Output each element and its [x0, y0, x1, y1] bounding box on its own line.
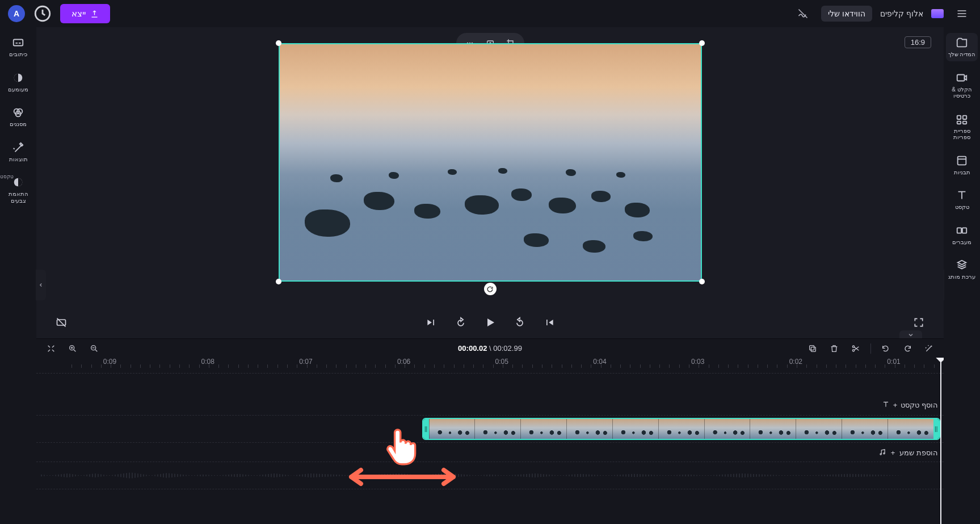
ruler-tick: 0:03 — [691, 358, 704, 366]
sidebar-item-label: ערכת מותג — [948, 274, 975, 280]
main-area: המדיה שלך הקלט & כרטיסיו ספריית ספריות ת… — [0, 27, 980, 524]
video-track[interactable]: || || — [36, 416, 944, 443]
sidebar-item-label: טקסט — [955, 204, 969, 211]
sidebar-item-label: הקלט & כרטיסיו — [946, 86, 978, 99]
resize-handle-br[interactable] — [276, 279, 281, 284]
ruler-tick: 0:01 — [887, 358, 900, 366]
sidebar-item-brandkit[interactable]: ערכת מותג — [946, 255, 978, 284]
project-badge-icon — [931, 9, 944, 18]
zoom-in-icon[interactable] — [66, 342, 79, 355]
timeline-ruler[interactable]: 0:01 0:02 0:03 0:04 0:05 0:06 0:07 0:08 … — [36, 358, 944, 374]
prop-item-label: מעומעם — [8, 86, 28, 93]
my-video-button[interactable]: הווידאו שלי — [821, 6, 872, 22]
sidebar-item-templates[interactable]: תבניות — [946, 151, 978, 179]
svg-point-21 — [880, 454, 881, 455]
timecode-total: 00:02.99 — [493, 344, 522, 353]
preview-quality-icon[interactable] — [53, 315, 69, 330]
avatar[interactable]: A — [8, 5, 25, 22]
svg-rect-4 — [957, 121, 961, 124]
clip-trim-left[interactable]: || — [423, 419, 429, 439]
svg-rect-7 — [957, 228, 961, 233]
preview-stage: 16:9 — [36, 27, 944, 338]
add-text-button[interactable]: + הוסף טקסט — [882, 400, 938, 409]
svg-rect-6 — [958, 156, 966, 165]
sidebar-item-record[interactable]: הקלט & כרטיסיו — [946, 68, 978, 103]
prop-item-label: התאמת צבעים — [2, 191, 34, 204]
zoom-out-icon[interactable] — [87, 342, 101, 355]
sidebar-item-your-media[interactable]: המדיה שלך — [946, 33, 978, 61]
audio-waveform — [41, 466, 939, 485]
preview-canvas[interactable] — [279, 43, 702, 282]
prop-item-filters[interactable]: מסננים — [2, 103, 34, 131]
fullscreen-icon[interactable] — [911, 315, 927, 330]
skip-prev-icon[interactable] — [541, 315, 557, 330]
sidebar-item-label: המדיה שלך — [948, 51, 976, 58]
seek-back-icon[interactable] — [512, 315, 528, 330]
timecode-display: 00:00.02 \ 00:02.99 — [458, 344, 522, 353]
sidebar-item-label: ספריית ספריות — [946, 128, 978, 141]
ruler-tick: 0:02 — [789, 358, 802, 366]
seek-fwd-icon[interactable] — [453, 315, 469, 330]
sidebar-item-text[interactable]: טקסט — [946, 186, 978, 214]
playback-bar — [36, 310, 944, 335]
add-text-label: הוסף טקסט — [901, 400, 938, 409]
split-icon[interactable] — [849, 342, 863, 355]
add-audio-label: הוספת שמע — [899, 448, 938, 456]
svg-rect-5 — [963, 121, 966, 124]
resize-handle-tl[interactable] — [699, 40, 705, 46]
prop-item-captions[interactable]: כיתובים — [2, 33, 34, 61]
prop-item-color-adjust[interactable]: טקסט התאמת צבעים — [2, 173, 34, 207]
text-track[interactable]: + הוסף טקסט — [36, 394, 944, 416]
undo-icon[interactable] — [879, 342, 893, 355]
add-audio-button[interactable]: + הוספת שמע — [878, 448, 938, 456]
ruler-tick: 0:08 — [201, 358, 214, 366]
sidebar-item-library[interactable]: ספריית ספריות — [946, 110, 978, 144]
svg-rect-23 — [14, 40, 23, 46]
audio-track[interactable] — [36, 462, 944, 489]
magic-icon[interactable] — [922, 342, 936, 355]
play-button[interactable] — [482, 315, 498, 330]
center-panel: 16:9 — [36, 27, 944, 524]
prop-item-label: מסננים — [10, 121, 27, 128]
aspect-ratio-selector[interactable]: 16:9 — [905, 36, 931, 48]
timeline-toolbar: 00:00.02 \ 00:02.99 — [36, 338, 944, 358]
resize-handle-bl[interactable] — [699, 279, 705, 284]
signature-disabled-icon[interactable] — [793, 3, 813, 24]
sidebar-properties: כיתובים מעומעם מסננים תוצאות טקסט התאמת … — [0, 27, 36, 524]
prop-item-sublabel: טקסט — [0, 174, 14, 179]
project-name[interactable]: אלוף קליפים — [880, 9, 923, 18]
playhead[interactable] — [940, 358, 941, 524]
svg-rect-8 — [962, 228, 966, 233]
audio-track-header[interactable]: + הוספת שמע — [36, 443, 944, 462]
sidebar-collapse-left[interactable] — [36, 270, 46, 300]
prop-item-fade[interactable]: מעומעם — [2, 68, 34, 97]
ruler-tick: 0:09 — [103, 358, 116, 366]
top-bar: אלוף קליפים הווידאו שלי ייצא A — [0, 0, 980, 27]
timeline-area[interactable]: 0:01 0:02 0:03 0:04 0:05 0:06 0:07 0:08 … — [36, 358, 944, 524]
resize-handle-tr[interactable] — [276, 40, 281, 46]
duplicate-icon[interactable] — [806, 342, 819, 355]
ruler-tick: 0:07 — [299, 358, 312, 366]
clip-trim-right[interactable]: || — [933, 419, 939, 439]
export-button[interactable]: ייצא — [60, 4, 110, 23]
rotate-handle[interactable] — [484, 283, 497, 295]
svg-rect-2 — [957, 115, 961, 119]
history-icon[interactable] — [33, 4, 52, 23]
sidebar-item-transitions[interactable]: מעברים — [946, 221, 978, 249]
svg-rect-1 — [957, 74, 965, 81]
prop-item-label: תוצאות — [9, 156, 28, 163]
svg-rect-18 — [810, 345, 814, 350]
skip-next-icon[interactable] — [423, 315, 439, 330]
sidebar-primary: המדיה שלך הקלט & כרטיסיו ספריית ספריות ת… — [944, 27, 980, 524]
canvas-selection[interactable] — [279, 43, 702, 282]
video-clip[interactable]: || || — [422, 418, 940, 440]
prop-item-label: כיתובים — [9, 51, 27, 58]
redo-icon[interactable] — [901, 342, 914, 355]
svg-rect-17 — [811, 347, 815, 351]
svg-point-22 — [884, 453, 885, 454]
hamburger-menu-icon[interactable] — [952, 3, 972, 24]
zoom-fit-icon[interactable] — [44, 342, 58, 355]
prop-item-effects[interactable]: תוצאות — [2, 138, 34, 166]
delete-icon[interactable] — [827, 342, 841, 355]
timecode-current: 00:00.02 — [458, 344, 487, 353]
